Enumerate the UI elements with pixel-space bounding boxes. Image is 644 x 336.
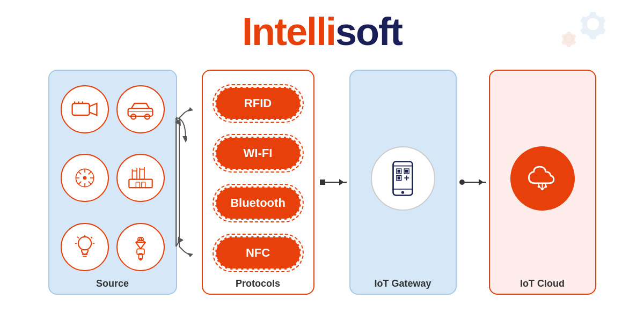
car-icon — [126, 99, 155, 120]
car-icon-circle — [116, 85, 165, 133]
svg-line-18 — [88, 182, 91, 184]
svg-line-17 — [78, 172, 81, 175]
diagram: Source RFID WI-FI Bluetooth NFC Protocol… — [0, 59, 644, 305]
large-gear-icon — [574, 5, 612, 43]
header: Intellisoft — [0, 0, 644, 59]
source-label: Source — [49, 278, 176, 289]
logo-soft: soft — [335, 10, 402, 53]
lightbulb-icon-circle — [61, 223, 109, 271]
source-icons-grid — [61, 79, 165, 278]
svg-rect-22 — [132, 171, 137, 180]
gateway-to-cloud-arrow — [459, 180, 486, 185]
svg-rect-55 — [405, 169, 408, 172]
svg-point-51 — [401, 191, 404, 193]
arrow-shaft — [325, 182, 347, 183]
svg-rect-23 — [140, 169, 144, 180]
svg-line-67 — [543, 186, 546, 189]
svg-marker-3 — [90, 103, 97, 115]
svg-point-0 — [586, 17, 599, 31]
factory-icon-circle — [116, 154, 165, 202]
gateway-box: IoT Gateway — [349, 70, 457, 295]
source-to-protocols-connector — [177, 102, 196, 263]
bracket-svg — [177, 102, 196, 263]
svg-line-19 — [88, 172, 91, 175]
svg-rect-53 — [398, 169, 400, 172]
protocol-nfc: NFC — [215, 236, 301, 270]
svg-rect-2 — [72, 103, 90, 115]
arrow-shaft-2 — [465, 182, 486, 183]
camera-icon-circle — [61, 85, 109, 133]
factory-icon — [127, 166, 155, 190]
smarthome-icon — [71, 165, 98, 191]
svg-rect-28 — [136, 182, 140, 188]
protocols-box: RFID WI-FI Bluetooth NFC Protocols — [202, 70, 314, 295]
arrow-dot-right — [459, 180, 465, 185]
cloud-box: IoT Cloud — [489, 70, 596, 295]
logo: Intellisoft — [242, 10, 402, 53]
protocol-bluetooth: Bluetooth — [215, 186, 301, 220]
cloud-label: IoT Cloud — [490, 278, 595, 289]
svg-point-43 — [139, 258, 142, 260]
lightbulb-icon — [73, 233, 97, 261]
logo-intelli: Intelli — [242, 10, 335, 53]
svg-point-30 — [78, 237, 91, 250]
source-box: Source — [48, 70, 177, 295]
smarthome-icon-circle — [61, 154, 109, 202]
protocol-wifi: WI-FI — [215, 137, 301, 170]
arrow-head-2 — [479, 179, 487, 185]
arrow-head — [339, 179, 347, 185]
svg-line-66 — [539, 186, 543, 189]
svg-line-37 — [91, 237, 92, 238]
robotarm-icon-circle — [116, 223, 165, 271]
arrow-dot-left — [320, 180, 325, 185]
gateway-label: IoT Gateway — [350, 278, 456, 289]
small-gear-icon — [558, 28, 580, 49]
svg-rect-21 — [129, 180, 152, 188]
robotarm-icon — [127, 233, 155, 261]
svg-rect-57 — [398, 176, 400, 179]
svg-line-34 — [77, 237, 79, 238]
svg-marker-46 — [188, 107, 193, 111]
svg-point-12 — [83, 176, 86, 180]
protocol-rfid: RFID — [215, 87, 301, 120]
smartphone-icon — [388, 159, 418, 198]
svg-line-20 — [78, 182, 81, 184]
cloud-icon-circle — [510, 146, 575, 211]
camera-icon — [70, 99, 99, 120]
svg-marker-47 — [188, 253, 193, 257]
svg-rect-48 — [393, 161, 413, 195]
protocols-label: Protocols — [203, 278, 313, 289]
cloud-icon — [525, 161, 560, 196]
protocols-to-gateway-arrow — [320, 180, 347, 185]
gateway-icon-circle — [371, 146, 435, 211]
svg-rect-29 — [141, 182, 145, 188]
